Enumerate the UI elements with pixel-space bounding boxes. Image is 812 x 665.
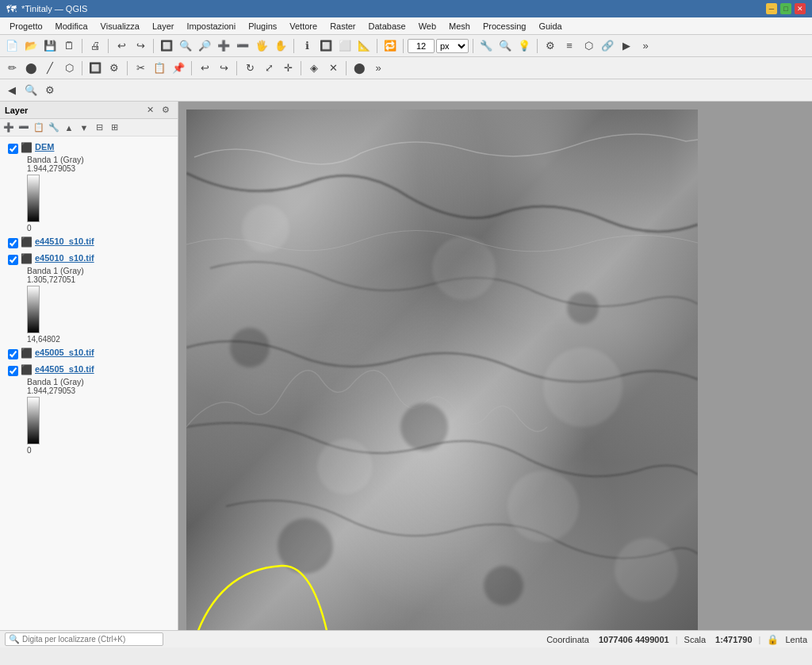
layer-panel-close[interactable]: ✕ — [143, 103, 157, 117]
add-layer-button[interactable]: ➕ — [2, 121, 16, 135]
redo-edit-button[interactable]: ↪ — [215, 60, 232, 77]
menu-vettore[interactable]: Vettore — [283, 20, 324, 33]
tip-button[interactable]: 💡 — [515, 37, 533, 55]
layer-e45010[interactable]: ⬛ e45010_s10.tif — [5, 252, 173, 266]
copy-button[interactable]: 📋 — [151, 60, 168, 77]
plugin-btn1[interactable]: ◀ — [3, 82, 21, 99]
remove-layer-button[interactable]: ➖ — [17, 121, 31, 135]
close-button[interactable]: ✕ — [795, 3, 806, 14]
expand-all-button[interactable]: ⊞ — [107, 121, 121, 135]
layer-list: ⬛ DEM Banda 1 (Gray) 1.944,279053 0 ⬛ e4… — [0, 136, 178, 630]
font-size-input[interactable]: 12 — [408, 39, 435, 53]
menu-mesh[interactable]: Mesh — [442, 20, 477, 33]
dem-visualization — [186, 110, 698, 630]
new-project-button[interactable]: 📄 — [3, 37, 21, 55]
zoom-out-button[interactable]: ➖ — [234, 37, 251, 55]
rotate-button[interactable]: ↻ — [241, 60, 259, 77]
main-area: Layer ✕ ⚙ ➕ ➖ 📋 🔧 ▲ ▼ ⊟ ⊞ ⬛ DEM — [0, 102, 812, 630]
font-unit-select[interactable]: px pt mm — [436, 39, 469, 53]
plugin-btn3[interactable]: ⚙ — [41, 82, 59, 99]
pan-button[interactable]: 🖐 — [253, 37, 270, 55]
snap-config-button[interactable]: ⚙ — [105, 60, 123, 77]
edit-point-button[interactable]: ⬤ — [22, 60, 40, 77]
layer-e44510[interactable]: ⬛ e44510_s10.tif — [5, 236, 173, 249]
maximize-button[interactable]: □ — [780, 3, 791, 14]
layer-e44505[interactable]: ⬛ e44505_s10.tif — [5, 363, 173, 377]
menu-modifica[interactable]: Modifica — [49, 20, 94, 33]
edit-polygon-button[interactable]: ⬡ — [60, 60, 78, 77]
zoom-layer-button[interactable]: 🔍 — [177, 37, 194, 55]
layer-dem-label[interactable]: DEM — [35, 142, 54, 152]
menu-raster[interactable]: Raster — [324, 20, 362, 33]
layer-e45010-checkbox[interactable] — [8, 255, 18, 265]
pan-map-button[interactable]: ✋ — [272, 37, 289, 55]
open-button[interactable]: 📂 — [22, 37, 40, 55]
select-button[interactable]: 🔲 — [317, 37, 335, 55]
snap-button[interactable]: 🔲 — [86, 60, 104, 77]
measure-button[interactable]: 📐 — [355, 37, 373, 55]
layer-e45005-checkbox[interactable] — [8, 349, 18, 359]
layer-e44505-checkbox[interactable] — [8, 366, 18, 376]
undo-button[interactable]: ↩ — [113, 37, 130, 55]
layer-e44505-min: 0 — [5, 446, 173, 455]
layer-e45005[interactable]: ⬛ e45005_s10.tif — [5, 347, 173, 360]
vertex-edit-button[interactable]: ◈ — [305, 60, 323, 77]
map-canvas[interactable] — [178, 102, 812, 630]
search-input[interactable] — [22, 635, 149, 644]
extra-btn1[interactable]: ⚙ — [542, 37, 559, 55]
identify-button[interactable]: ℹ — [298, 37, 316, 55]
locator-search[interactable]: 🔍 — [5, 632, 163, 646]
plugin-btn2[interactable]: 🔍 — [22, 82, 40, 99]
menu-visualizza[interactable]: Visualizza — [94, 20, 146, 33]
undo-edit-button[interactable]: ↩ — [196, 60, 213, 77]
cut-button[interactable]: ✂ — [132, 60, 149, 77]
move-button[interactable]: ✛ — [279, 60, 297, 77]
open-attribute-button[interactable]: 📋 — [32, 121, 46, 135]
extra-btn3[interactable]: ⬡ — [580, 37, 597, 55]
paste-button[interactable]: 📌 — [170, 60, 187, 77]
print-button[interactable]: 🖨 — [86, 37, 104, 55]
redo-button[interactable]: ↪ — [132, 37, 149, 55]
zoom-in-button[interactable]: ➕ — [215, 37, 232, 55]
layer-e45005-label[interactable]: e45005_s10.tif — [35, 348, 94, 357]
layer-dem-checkbox[interactable] — [8, 144, 18, 154]
zoom-selection-button[interactable]: 🔎 — [196, 37, 213, 55]
extra-btn5[interactable]: ▶ — [618, 37, 635, 55]
layer-down-button[interactable]: ▼ — [77, 121, 91, 135]
layer-e44510-label[interactable]: e44510_s10.tif — [35, 236, 94, 246]
menu-plugins[interactable]: Plugins — [242, 20, 283, 33]
layer-dem[interactable]: ⬛ DEM — [5, 141, 173, 155]
refresh-button[interactable]: 🔁 — [381, 37, 399, 55]
zoom-full-button[interactable]: 🔲 — [158, 37, 175, 55]
menu-progetto[interactable]: Progetto — [3, 20, 49, 33]
filter-button[interactable]: 🔧 — [477, 37, 495, 55]
filter-layer-button[interactable]: 🔧 — [47, 121, 61, 135]
layer-up-button[interactable]: ▲ — [62, 121, 76, 135]
layer-e45010-label[interactable]: e45010_s10.tif — [35, 253, 94, 263]
collapse-all-button[interactable]: ⊟ — [92, 121, 106, 135]
save-button[interactable]: 💾 — [41, 37, 59, 55]
menu-processing[interactable]: Processing — [477, 20, 532, 33]
del-vertex-button[interactable]: ✕ — [324, 60, 342, 77]
layer-e44505-label[interactable]: e44505_s10.tif — [35, 364, 94, 374]
layer-toolbar: ➕ ➖ 📋 🔧 ▲ ▼ ⊟ ⊞ — [0, 119, 178, 136]
menu-database[interactable]: Database — [362, 20, 412, 33]
search-button[interactable]: 🔍 — [496, 37, 514, 55]
save-as-button[interactable]: 🗒 — [60, 37, 78, 55]
select-rect-button[interactable]: ⬜ — [336, 37, 354, 55]
layer-e44510-checkbox[interactable] — [8, 238, 18, 248]
menu-impostazioni[interactable]: Impostazioni — [180, 20, 242, 33]
extra-btn4[interactable]: 🔗 — [599, 37, 616, 55]
edit-line-button[interactable]: ╱ — [41, 60, 59, 77]
layer-panel-menu[interactable]: ⚙ — [159, 103, 173, 117]
more-edit-button[interactable]: » — [370, 60, 387, 77]
menu-guida[interactable]: Guida — [532, 20, 568, 33]
menu-web[interactable]: Web — [412, 20, 442, 33]
digitize-button[interactable]: ✏ — [3, 60, 21, 77]
scale-button[interactable]: ⤢ — [260, 60, 278, 77]
minimize-button[interactable]: ─ — [766, 3, 777, 14]
menu-layer[interactable]: Layer — [146, 20, 181, 33]
extra-btn2[interactable]: ≡ — [561, 37, 578, 55]
extra-btn6[interactable]: » — [637, 37, 654, 55]
fill-ring-button[interactable]: ⬤ — [350, 60, 368, 77]
